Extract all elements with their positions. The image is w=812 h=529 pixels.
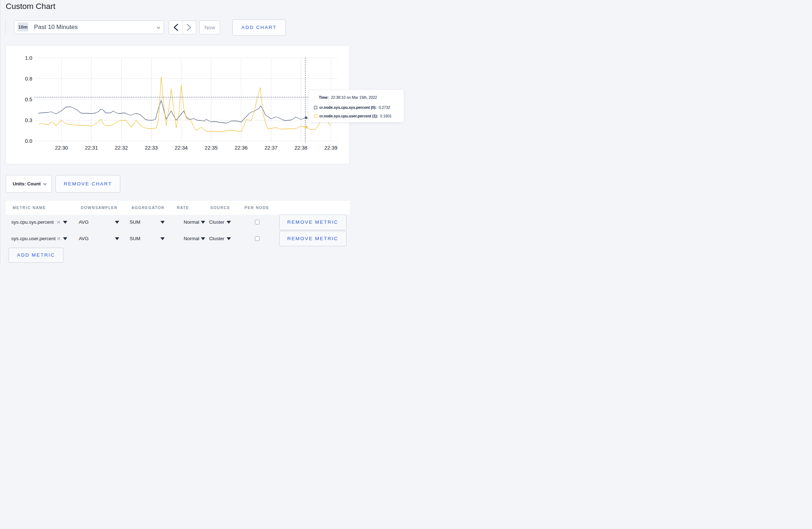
svg-text:1.0: 1.0 bbox=[25, 55, 32, 60]
svg-text:22:33: 22:33 bbox=[145, 145, 158, 151]
svg-text:0.0: 0.0 bbox=[25, 138, 32, 144]
svg-text:22:38: 22:38 bbox=[294, 145, 307, 151]
svg-text:0.3: 0.3 bbox=[25, 117, 32, 123]
svg-text:22:35: 22:35 bbox=[204, 145, 217, 151]
svg-text:0.5: 0.5 bbox=[25, 96, 32, 102]
svg-text:22:37: 22:37 bbox=[264, 145, 277, 151]
svg-text:22:30: 22:30 bbox=[55, 145, 68, 151]
svg-text:22:31: 22:31 bbox=[85, 145, 98, 151]
svg-text:22:32: 22:32 bbox=[115, 145, 127, 151]
svg-text:22:36: 22:36 bbox=[235, 145, 247, 151]
svg-text:22:39: 22:39 bbox=[324, 145, 337, 151]
svg-text:22:34: 22:34 bbox=[175, 145, 188, 151]
svg-text:0.8: 0.8 bbox=[25, 76, 32, 81]
